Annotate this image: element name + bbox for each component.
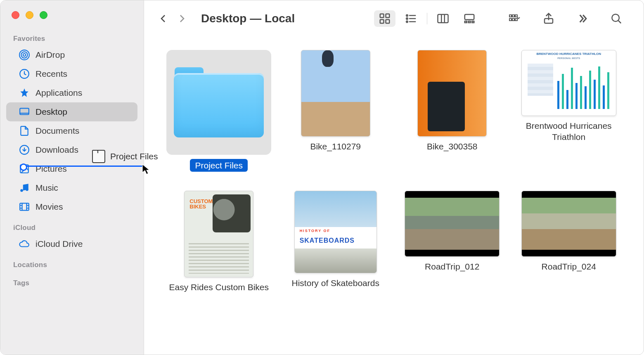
sidebar-item-recents[interactable]: Recents	[6, 64, 137, 83]
minimize-window-button[interactable]	[26, 11, 33, 19]
svg-rect-27	[512, 19, 514, 21]
svg-rect-26	[509, 19, 511, 21]
airdrop-icon	[19, 50, 30, 60]
svg-rect-28	[515, 19, 517, 21]
gallery-view-button[interactable]	[459, 10, 480, 27]
file-label: RoadTrip_012	[425, 261, 479, 272]
sidebar-item-downloads[interactable]: Downloads	[6, 140, 137, 159]
sidebar-item-desktop[interactable]: Desktop	[6, 102, 137, 121]
sidebar-item-music[interactable]: Music	[6, 178, 137, 197]
sidebar-section-locations: Locations	[0, 253, 144, 272]
svg-rect-10	[20, 203, 29, 210]
more-toolbar-button[interactable]	[572, 10, 593, 27]
file-item-roadtrip-1[interactable]: RoadTrip_012	[396, 191, 508, 293]
svg-rect-19	[465, 14, 474, 20]
file-item-project-files[interactable]: Project Files	[163, 50, 275, 172]
image-thumbnail	[417, 50, 487, 137]
sidebar-drop-indicator	[22, 166, 145, 167]
file-label: History of Skateboards	[292, 277, 379, 289]
svg-rect-14	[386, 20, 390, 24]
file-item-roadtrip-2[interactable]: RoadTrip_024	[513, 191, 625, 293]
movies-icon	[19, 201, 30, 212]
zoom-window-button[interactable]	[40, 11, 47, 19]
main-pane: Project Files Desktop — Local	[144, 0, 644, 355]
document-icon	[19, 125, 30, 136]
svg-rect-20	[465, 21, 467, 23]
svg-rect-24	[512, 15, 514, 17]
svg-rect-23	[509, 15, 511, 17]
sidebar-label: Music	[36, 183, 58, 193]
sidebar-label: Movies	[36, 202, 63, 212]
document-thumbnail	[184, 191, 253, 277]
svg-point-15	[406, 15, 408, 17]
svg-rect-21	[469, 21, 471, 23]
list-view-button[interactable]	[400, 10, 422, 27]
video-thumbnail	[405, 191, 500, 257]
file-label: Easy Rides Custom Bikes	[169, 282, 269, 293]
sidebar-item-airdrop[interactable]: AirDrop	[6, 45, 137, 64]
svg-rect-12	[386, 14, 390, 18]
file-label: Project Files	[190, 159, 248, 172]
sidebar-item-documents[interactable]: Documents	[6, 121, 137, 140]
finder-window: Favorites AirDrop Recents Applications D…	[0, 0, 644, 355]
file-label: RoadTrip_024	[542, 261, 596, 272]
file-label: Bike_300358	[427, 141, 478, 152]
file-item-skateboards[interactable]: HISTORY OF SKATEBOARDS History of Skateb…	[280, 191, 391, 293]
sidebar-label: Downloads	[36, 145, 78, 155]
file-grid: Project Files Bike_110279 Bike_300358 BR…	[144, 37, 644, 355]
icon-view-button[interactable]	[374, 10, 395, 27]
clock-icon	[19, 69, 30, 79]
image-thumbnail	[301, 50, 370, 137]
forward-button[interactable]	[176, 13, 187, 24]
svg-rect-25	[515, 15, 517, 17]
svg-rect-22	[472, 21, 474, 23]
share-button[interactable]	[538, 10, 559, 27]
document-thumbnail: BRENTWOOD HURRICANES TRIATHLON PERSONAL …	[521, 50, 616, 116]
svg-rect-13	[380, 20, 384, 24]
sidebar-label: Applications	[36, 88, 82, 98]
window-controls	[0, 3, 144, 27]
sidebar-item-icloud-drive[interactable]: iCloud Drive	[6, 234, 137, 253]
svg-point-1	[21, 52, 27, 58]
svg-point-8	[20, 189, 23, 192]
svg-point-30	[612, 14, 619, 21]
view-switcher	[372, 10, 483, 27]
file-item-custom-bikes[interactable]: Easy Rides Custom Bikes	[163, 191, 275, 293]
sidebar-section-tags: Tags	[0, 272, 144, 290]
close-window-button[interactable]	[12, 11, 19, 19]
applications-icon	[19, 88, 30, 98]
svg-point-16	[406, 18, 408, 19]
sidebar-label: Desktop	[36, 107, 67, 117]
toolbar: Desktop — Local	[144, 0, 644, 37]
svg-point-0	[23, 54, 26, 57]
file-item-triathlon[interactable]: BRENTWOOD HURRICANES TRIATHLON PERSONAL …	[513, 50, 625, 172]
file-label: Bike_110279	[310, 141, 361, 152]
desktop-icon	[19, 106, 30, 117]
music-icon	[19, 182, 30, 193]
group-by-button[interactable]	[504, 10, 526, 27]
file-item-bike-1[interactable]: Bike_110279	[280, 50, 391, 172]
folder-icon	[166, 50, 271, 155]
file-item-bike-2[interactable]: Bike_300358	[396, 50, 508, 172]
download-icon	[19, 144, 30, 155]
document-thumbnail: HISTORY OF SKATEBOARDS	[294, 191, 377, 273]
sidebar: Favorites AirDrop Recents Applications D…	[0, 0, 144, 355]
sidebar-section-favorites: Favorites	[0, 27, 144, 45]
window-title: Desktop — Local	[201, 12, 295, 25]
sidebar-item-applications[interactable]: Applications	[6, 83, 137, 102]
sidebar-section-icloud: iCloud	[0, 216, 144, 234]
sidebar-label: Recents	[36, 69, 67, 79]
svg-rect-11	[380, 14, 384, 18]
sidebar-label: iCloud Drive	[36, 239, 83, 249]
sidebar-item-movies[interactable]: Movies	[6, 197, 137, 216]
svg-rect-18	[438, 14, 448, 23]
video-thumbnail	[521, 191, 616, 257]
column-view-button[interactable]	[432, 10, 454, 27]
svg-point-9	[26, 188, 28, 191]
search-button[interactable]	[606, 10, 627, 27]
sidebar-label: AirDrop	[36, 50, 65, 60]
sidebar-label: Documents	[36, 126, 79, 136]
back-button[interactable]	[158, 13, 169, 24]
file-label: Brentwood Hurricanes Triathlon	[513, 120, 625, 143]
svg-point-17	[406, 21, 408, 23]
